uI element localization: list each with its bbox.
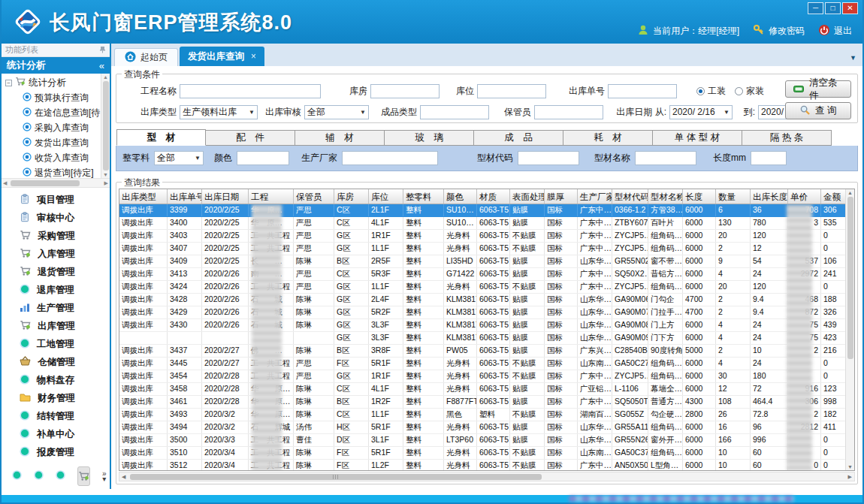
footer-dot-icon[interactable] xyxy=(12,469,22,483)
column-header[interactable]: 整零料 xyxy=(403,189,444,204)
tree-item-在途信息查询[待[interactable]: 在途信息查询[待 xyxy=(2,105,110,120)
footer-dot-icon[interactable] xyxy=(34,469,44,483)
column-header[interactable]: 出库长度 xyxy=(751,189,788,204)
minimize-button[interactable]: ─ xyxy=(808,2,823,14)
manufacturer-input[interactable] xyxy=(342,151,438,165)
table-row[interactable]: 调拨出库34932020/3/2华 原…陈琳C区1L1F整料黑色塑料不贴膜国标湖… xyxy=(119,409,854,421)
material-tab-耗材[interactable]: 耗 材 xyxy=(563,130,653,146)
date-from-picker[interactable]: 2020/ 2/16▼ xyxy=(669,105,733,119)
table-row[interactable]: 调拨出库34242020/2/26工 共工程严思G区1L1F整料光身料6063-… xyxy=(119,281,854,294)
color-input[interactable] xyxy=(237,151,289,165)
grid-vertical-scrollbar[interactable]: ▲▼ xyxy=(845,189,854,470)
table-row[interactable]: 调拨出库35102020/3/4工 共工程陈琳F区5R1F整料光身料6063-T… xyxy=(119,447,854,460)
table-row[interactable]: 调拨出库34132020/2/26南 …严思C区5R3F整料G714226063… xyxy=(119,268,854,281)
table-row[interactable]: 调拨出库34032020/2/25工 共工程严思G区1R1F整料光身料6063-… xyxy=(119,230,854,243)
change-password-button[interactable]: 修改密码 xyxy=(753,24,805,38)
sidebar-section-statistics[interactable]: 统计分析 « xyxy=(2,57,110,74)
warehouse-input[interactable] xyxy=(370,84,440,98)
sidebar-item-财务管理[interactable]: 财务管理 xyxy=(2,389,110,407)
sidebar-item-退库管理[interactable]: 退库管理 xyxy=(2,281,110,299)
tree-item-收货入库查询[interactable]: 收货入库查询 xyxy=(2,150,110,165)
tree-item-采购入库查询[interactable]: 采购入库查询 xyxy=(2,120,110,135)
sidebar-item-项目管理[interactable]: 项目管理 xyxy=(2,191,110,209)
table-row[interactable]: 调拨出库34942020/3/2石 辉城汤伟H区5R1F整料光身料6063-T5… xyxy=(119,421,854,434)
footer-dot-icon[interactable] xyxy=(56,469,65,483)
whole-part-select[interactable]: 全部▼ xyxy=(154,151,204,165)
logout-button[interactable]: 退出 xyxy=(818,24,852,38)
table-row[interactable]: 调拨出库34612020/2/28华 原…陈琳B区1R2F整料F8877FT60… xyxy=(119,396,854,409)
tree-item-发货出库查询[interactable]: 发货出库查询 xyxy=(2,135,110,150)
project-name-input[interactable] xyxy=(180,84,321,98)
collapse-icon[interactable]: « xyxy=(99,60,104,71)
close-button[interactable]: ✕ xyxy=(842,2,858,14)
table-row[interactable]: 调拨出库34282020/2/26石 城陈琳G区2L4F整料KLM3817606… xyxy=(119,294,854,306)
sidebar-item-入库管理[interactable]: 入库管理 xyxy=(2,245,110,263)
out-type-select[interactable]: 生产领料出库▼ xyxy=(180,105,258,119)
table-row[interactable]: 调拨出库34002020/2/25华 原…严思C区4L1F整料SU10…6063… xyxy=(119,217,854,230)
column-header[interactable]: 库房 xyxy=(334,189,369,204)
tab-overflow-icon[interactable]: ▼ xyxy=(850,54,856,62)
column-header[interactable]: 数量 xyxy=(716,189,751,204)
profile-code-input[interactable] xyxy=(518,151,579,165)
sidebar-item-仓储管理[interactable]: 仓储管理 xyxy=(2,353,110,371)
grid-horizontal-scrollbar[interactable]: ◀▶ xyxy=(119,472,855,481)
sidebar-item-物料盘存[interactable]: 物料盘存 xyxy=(2,371,110,389)
search-button[interactable]: 查 询 xyxy=(785,102,851,119)
column-header[interactable]: 出库日期 xyxy=(202,189,249,204)
material-tab-配件[interactable]: 配 件 xyxy=(206,130,295,146)
sidebar-item-结转管理[interactable]: 结转管理 xyxy=(2,407,110,425)
column-header[interactable]: 工程 xyxy=(249,189,294,204)
column-header[interactable]: 表面处理 xyxy=(510,189,545,204)
column-header[interactable]: 生产厂家 xyxy=(578,189,612,204)
table-row[interactable]: G区3L3F整料KLM38176063-T5贴膜国标山东华…GA90M09.门下… xyxy=(119,332,854,345)
column-header[interactable]: 出库类型 xyxy=(119,189,168,204)
tab-shipment-outbound-query[interactable]: 发货出库查询 × xyxy=(180,47,264,66)
table-row[interactable]: 调拨出库34582020/2/28华 原…陈琳C区4L1F整料光身料6063-T… xyxy=(119,383,854,396)
footer-cart-button[interactable] xyxy=(77,466,90,486)
table-row[interactable]: 调拨出库34072020/2/25工 共工程严思G区1L1F整料光身料6063-… xyxy=(119,243,854,255)
material-tab-隔热条[interactable]: 隔 热 条 xyxy=(742,130,832,146)
sidebar-item-补单中心[interactable]: 补单中心 xyxy=(2,425,110,443)
radio-jiazhuang[interactable] xyxy=(735,87,743,95)
table-row[interactable]: 调拨出库35002020/3/3工 共工程曹佳D区3L1F整料LT3P60606… xyxy=(119,434,854,447)
maximize-button[interactable]: □ xyxy=(825,2,841,14)
radio-gongzhuang[interactable] xyxy=(696,87,705,95)
column-header[interactable]: 膜厚 xyxy=(545,189,578,204)
tree-root[interactable]: − 统计分析 xyxy=(2,75,110,90)
table-row[interactable]: 调拨出库34372020/2/27佛 …陈琳B区3R8F整料PW056063-T… xyxy=(119,345,854,358)
tree-item-退货查询[待定][interactable]: 退货查询[待定] xyxy=(2,165,110,179)
tree-expander-icon[interactable]: − xyxy=(5,80,12,86)
column-header[interactable]: 长度 xyxy=(683,189,716,204)
table-row[interactable]: 调拨出库34292020/2/26石 城陈琳G区5R2F整料KLM3817606… xyxy=(119,306,854,319)
sidebar-item-报废管理[interactable]: 报废管理 xyxy=(2,443,110,461)
pin-icon[interactable] xyxy=(99,46,106,55)
clear-conditions-button[interactable]: 清空条件 xyxy=(785,80,851,98)
profile-name-input[interactable] xyxy=(635,151,696,165)
table-row[interactable]: 调拨出库34542020/2/28工 共工程严思G区1R1F整料光身料6063-… xyxy=(119,370,854,383)
column-header[interactable]: 颜色 xyxy=(444,189,477,204)
material-tab-辅材[interactable]: 辅 材 xyxy=(295,130,385,146)
sidebar-item-退货管理[interactable]: 退货管理 xyxy=(2,263,110,281)
column-header[interactable]: 保管员 xyxy=(294,189,334,204)
length-input[interactable] xyxy=(751,151,787,165)
material-tab-玻璃[interactable]: 玻 璃 xyxy=(385,130,474,146)
column-header[interactable]: 型材名称 xyxy=(648,189,683,204)
table-row[interactable]: 调拨出库34452020/2/27工 共工程严思F区5R1F整料光身料6063-… xyxy=(119,358,854,370)
column-header[interactable]: 出库单号 xyxy=(168,189,202,204)
column-header[interactable]: 型材代码 xyxy=(612,189,648,204)
column-header[interactable]: 材质 xyxy=(477,189,510,204)
column-header[interactable]: 单价 xyxy=(788,189,821,204)
footer-overflow-button[interactable]: »▾ xyxy=(102,471,107,481)
column-header[interactable]: 库位 xyxy=(369,189,403,204)
location-input[interactable] xyxy=(477,84,546,98)
sidebar-item-审核中心[interactable]: 审核中心 xyxy=(2,209,110,227)
audit-select[interactable]: 全部▼ xyxy=(304,105,369,119)
table-row[interactable]: 调拨出库35122020/3/4工 共工程陈琳F区1L2F整料光身料6063-T… xyxy=(119,460,854,470)
material-tab-成品[interactable]: 成 品 xyxy=(474,130,563,146)
tree-vertical-scrollbar[interactable]: ▲▼ xyxy=(101,74,110,178)
sidebar-item-出库管理[interactable]: 出库管理 xyxy=(2,317,110,335)
table-row[interactable]: 调拨出库34092020/2/25长 …陈琳B区2R5F整料LI35HD6063… xyxy=(119,255,854,268)
tab-close-icon[interactable]: × xyxy=(251,51,256,62)
column-header[interactable]: 金额 xyxy=(821,189,845,204)
order-no-input[interactable] xyxy=(608,84,677,98)
